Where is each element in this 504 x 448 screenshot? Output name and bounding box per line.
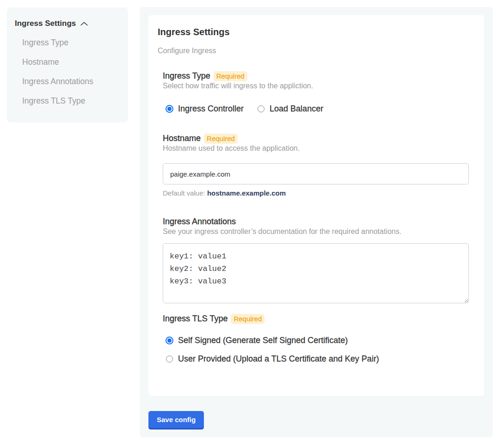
config-panel: Ingress Settings Configure Ingress Ingre… [140,7,493,437]
sidebar-group-title: Ingress Settings [15,18,76,28]
ingress-tls-radio-group: Self Signed (Generate Self Signed Certif… [163,336,469,364]
chevron-up-icon [80,22,88,26]
radio-label-ingress-controller: Ingress Controller [178,104,244,114]
default-value-prefix: Default value: [163,189,205,197]
radio-option-load-balancer[interactable]: Load Balancer [257,104,323,114]
config-group-card: Ingress Settings Configure Ingress Ingre… [148,15,484,396]
ingress-annotations-textarea[interactable]: key1: value1 key2: value2 key3: value3 [163,243,469,303]
hostname-input[interactable] [163,163,469,184]
save-config-button[interactable]: Save config [148,411,204,428]
ingress-type-help: Select how traffic will ingress to the a… [163,82,469,90]
radio-option-ingress-controller[interactable]: Ingress Controller [166,104,244,114]
ingress-annotations-help: See your ingress controller’s documentat… [163,227,469,236]
radio-unselected-icon[interactable] [166,356,173,362]
radio-unselected-icon[interactable] [258,105,264,112]
config-nav-sidebar: Ingress Settings Ingress Type Hostname I… [7,7,128,123]
field-ingress-type: Ingress Type Required Select how traffic… [163,71,469,114]
sidebar-group-ingress-settings[interactable]: Ingress Settings [15,18,120,28]
ingress-tls-type-label: Ingress TLS Type [163,313,227,324]
radio-selected-icon[interactable] [166,105,173,113]
required-badge: Required [214,71,247,81]
sidebar-item-list: Ingress Type Hostname Ingress Annotation… [22,38,120,106]
config-group-title: Ingress Settings [158,15,469,37]
ingress-type-radio-group: Ingress Controller Load Balancer [163,104,469,114]
field-ingress-tls-type: Ingress TLS Type Required Self Signed (G… [163,313,469,364]
radio-label-self-signed: Self Signed (Generate Self Signed Certif… [178,336,348,345]
required-badge: Required [231,314,264,324]
field-hostname: Hostname Required Hostname used to acces… [163,133,469,197]
default-value-text: hostname.example.com [207,189,286,197]
radio-option-self-signed[interactable]: Self Signed (Generate Self Signed Certif… [166,336,469,345]
radio-label-user-provided: User Provided (Upload a TLS Certificate … [178,354,379,364]
config-group-subtitle: Configure Ingress [158,47,469,55]
radio-selected-icon[interactable] [166,337,173,344]
hostname-default-line: Default value: hostname.example.com [163,189,469,197]
radio-option-user-provided[interactable]: User Provided (Upload a TLS Certificate … [166,354,469,364]
hostname-label: Hostname [163,133,201,144]
required-badge: Required [204,134,238,144]
hostname-help: Hostname used to access the application. [163,144,469,153]
sidebar-item-hostname[interactable]: Hostname [22,57,120,67]
sidebar-item-ingress-type[interactable]: Ingress Type [22,38,120,48]
field-ingress-annotations: Ingress Annotations See your ingress con… [163,216,469,303]
radio-label-load-balancer: Load Balancer [270,104,323,114]
ingress-type-label: Ingress Type [163,71,210,81]
sidebar-item-ingress-tls-type[interactable]: Ingress TLS Type [22,96,120,106]
ingress-annotations-label: Ingress Annotations [163,216,236,227]
sidebar-item-ingress-annotations[interactable]: Ingress Annotations [22,77,120,86]
